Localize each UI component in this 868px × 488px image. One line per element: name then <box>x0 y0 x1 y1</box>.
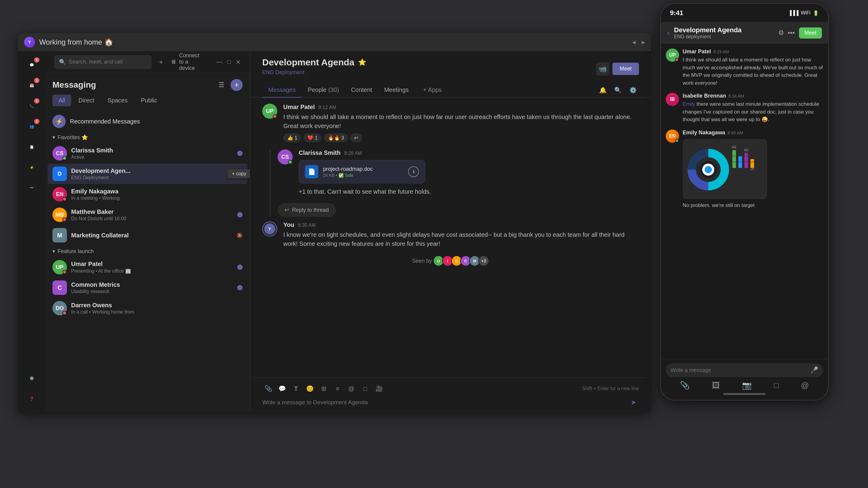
tab-all[interactable]: All <box>53 95 71 106</box>
add-chat-button[interactable]: + <box>158 56 165 68</box>
filter-icon-button[interactable]: ☰ <box>216 79 227 90</box>
channel-subtitle[interactable]: ENG Deployment <box>262 69 366 76</box>
tab-people[interactable]: People (30) <box>302 83 345 97</box>
search-input[interactable] <box>69 59 147 65</box>
chat-format-button[interactable]: 💬 <box>276 383 288 395</box>
battery-icon: 🔋 <box>813 10 819 16</box>
connect-device-button[interactable]: 🖥 Connect to a device <box>170 53 204 71</box>
file-meta: 24 KB • ✅ Safe <box>323 173 403 178</box>
list-button[interactable]: ≡ <box>332 383 344 395</box>
reaction-reply[interactable]: ↩ <box>350 133 362 142</box>
nav-item-calendar[interactable]: 📅 1 <box>23 76 41 95</box>
nav-item-apps[interactable]: ⚡ <box>23 158 41 176</box>
phone-meet-button[interactable]: Meet <box>799 27 822 38</box>
nav-item-calls[interactable]: 📞 1 <box>23 97 41 115</box>
recommended-messages-item[interactable]: ⚡ Recommended Messages <box>48 111 247 132</box>
phone-camera-button[interactable]: 📷 <box>742 381 752 390</box>
tab-meetings[interactable]: Meetings <box>378 83 415 97</box>
tab-spaces[interactable]: Spaces <box>101 95 133 106</box>
chat-status: Usability research <box>71 289 233 294</box>
phone-status-icons: ▐▐▐ WiFi 🔋 <box>788 10 819 16</box>
chevron-down-icon: ▾ <box>53 248 55 255</box>
table-row: CS Clarissa Smith 8:28 AM 📄 <box>278 150 639 196</box>
messages-area[interactable]: UP Umar Patel 8:12 AM I think we should … <box>250 98 651 378</box>
chat-info: Matthew Baker Do Not Disturb until 16:00 <box>71 208 233 221</box>
table-button[interactable]: ⊞ <box>318 383 330 395</box>
list-item[interactable]: EN Emily Nakagawa In a meeting • Working <box>48 184 247 204</box>
filter-tabs: All Direct Spaces Public <box>45 95 250 111</box>
text-format-button[interactable]: T <box>290 383 302 395</box>
nav-item-more[interactable]: ••• <box>23 179 41 197</box>
list-item[interactable]: MB Matthew Baker Do Not Disturb until 16… <box>48 204 247 225</box>
sidebar-actions: ☰ + <box>216 79 243 91</box>
video-call-button[interactable]: 📹 <box>596 62 610 76</box>
phone-settings-icon[interactable]: ⚙ <box>778 29 784 37</box>
feature-launch-section-header[interactable]: ▾ Feature launch <box>48 246 247 257</box>
close-button[interactable]: ✕ <box>236 59 241 66</box>
meet-button[interactable]: Meet <box>613 63 639 75</box>
tab-content[interactable]: Content <box>345 83 378 97</box>
phone-gif-button[interactable]: □ <box>774 381 779 390</box>
message-time: 8:12 AM <box>318 105 336 110</box>
chart-image: MZ M2 Q4 <box>683 139 767 199</box>
list-item[interactable]: DO Darren Owens In a call • Working home… <box>48 298 247 318</box>
new-chat-button[interactable]: + <box>230 79 243 91</box>
tab-public[interactable]: Public <box>135 95 163 106</box>
chat-info: Common Metrics Usability research <box>71 281 233 294</box>
emoji-button[interactable]: 😊 <box>304 383 316 395</box>
back-button[interactable]: ‹ <box>667 28 670 38</box>
send-button[interactable]: ➤ <box>628 397 639 408</box>
nav-item-people[interactable]: 👥 1 <box>23 118 41 135</box>
file-attachment[interactable]: 📄 project-roadmap.doc 24 KB • ✅ Safe ⬇ <box>299 160 425 184</box>
phone-mention-button[interactable]: @ <box>801 381 809 390</box>
list-item[interactable]: C Common Metrics Usability research <box>48 278 247 298</box>
search-icon-button[interactable]: 🔍 <box>612 84 624 96</box>
phone-attach-button[interactable]: 📎 <box>680 381 689 390</box>
minimize-button[interactable]: — <box>216 59 222 65</box>
list-item[interactable]: M Marketing Collateral 🔕 <box>48 225 247 246</box>
message-content: Umar Patel 8:12 AM I think we should all… <box>283 104 639 142</box>
reaction-fire[interactable]: 🔥🔥 3 <box>324 133 348 142</box>
list-item[interactable]: UP Umar Patel Presenting • At the office… <box>48 257 247 278</box>
phone-message-input-box: 🎤 <box>666 363 823 377</box>
nav-item-chat[interactable]: 💬 5 <box>23 56 41 74</box>
notifications-icon-button[interactable]: 🔔 <box>597 84 609 96</box>
reaction-thumbsup[interactable]: 👍 1 <box>283 133 301 142</box>
list-item[interactable]: D Development Agen... ENG Deployment + c… <box>48 164 247 184</box>
maximize-button[interactable]: □ <box>227 59 231 65</box>
settings-icon-button[interactable]: ⚙️ <box>627 84 639 96</box>
download-button[interactable]: ⬇ <box>408 166 419 177</box>
phone-image-button[interactable]: 🖼 <box>712 381 720 390</box>
tab-apps[interactable]: + Apps <box>417 83 448 97</box>
message-input[interactable] <box>262 399 624 406</box>
nav-forward-btn[interactable]: ▸ <box>642 38 645 46</box>
seen-by-row: Seen by U I E C M +2 <box>262 255 639 266</box>
attach-button[interactable]: 📎 <box>262 383 274 395</box>
video-button[interactable]: 🎥 <box>373 383 385 395</box>
list-item[interactable]: CS Clarissa Smith Active <box>48 143 247 164</box>
tab-messages[interactable]: Messages <box>262 83 302 97</box>
nav-item-files[interactable]: 📋 <box>23 138 41 156</box>
avatar: M <box>53 228 67 242</box>
message-author: You <box>283 221 294 228</box>
media-button[interactable]: □ <box>359 383 371 395</box>
reply-to-thread-button[interactable]: ↩ Reply to thread <box>278 203 336 217</box>
search-bar[interactable]: 🔍 <box>54 55 152 69</box>
mention-emily: Emily <box>683 101 695 107</box>
phone-message-input[interactable] <box>671 367 807 373</box>
channel-name: Development Agenda <box>262 57 354 67</box>
phone-messages[interactable]: UP Umar Patel 8:23 AM I think we should … <box>661 44 828 359</box>
favorites-section-header[interactable]: ▾ Favorites ⭐ <box>48 132 247 143</box>
phone-container: 9:41 ▐▐▐ WiFi 🔋 ‹ Development Agenda ENG… <box>660 3 829 401</box>
star-icon[interactable]: ⭐ <box>358 59 366 66</box>
mention-button[interactable]: @ <box>345 383 358 395</box>
reaction-heart[interactable]: ❤️ 1 <box>304 133 321 142</box>
nav-item-settings[interactable]: ⚙️ <box>23 369 41 387</box>
nav-back-btn[interactable]: ◂ <box>632 38 636 46</box>
tab-direct[interactable]: Direct <box>72 95 100 106</box>
phone-more-icon[interactable]: ••• <box>788 29 795 37</box>
nav-item-help[interactable]: ❓ <box>23 390 41 408</box>
settings-icon: ⚙️ <box>30 376 34 381</box>
user-avatar[interactable]: Y <box>24 37 35 47</box>
mic-button[interactable]: 🎤 <box>810 366 818 374</box>
